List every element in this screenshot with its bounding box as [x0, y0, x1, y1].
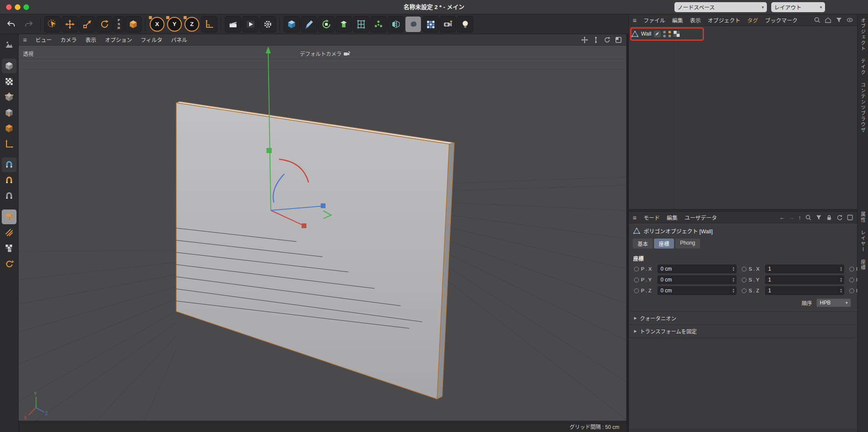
- psr-tool-button[interactable]: P S R: [113, 16, 125, 33]
- rotation-order-select[interactable]: HPB ▾: [816, 298, 851, 307]
- state-dot-gray[interactable]: [668, 35, 671, 37]
- edit-chip-icon[interactable]: [654, 31, 661, 37]
- symmetry-button[interactable]: [388, 16, 404, 33]
- keyframe-circle[interactable]: [742, 267, 746, 272]
- object-manager-menu-icon[interactable]: ≡: [633, 17, 637, 23]
- keyframe-circle[interactable]: [634, 278, 639, 282]
- freeze-transform-group[interactable]: ▶ トランスフォームを固定: [629, 324, 857, 338]
- sx-input[interactable]: [766, 266, 838, 272]
- light-button[interactable]: [457, 16, 473, 33]
- lock-icon[interactable]: [826, 214, 832, 221]
- spinner[interactable]: ▲▼: [838, 276, 844, 284]
- px-input[interactable]: [658, 266, 730, 272]
- home-icon[interactable]: [825, 16, 832, 23]
- om-menu-bookmarks[interactable]: ブックマーク: [765, 16, 798, 24]
- redo-button[interactable]: [20, 16, 37, 33]
- pan-view-icon[interactable]: [581, 36, 588, 43]
- spinner[interactable]: ▲▼: [838, 287, 844, 295]
- uvw-tag-icon[interactable]: [674, 31, 680, 37]
- object-row-wall[interactable]: Wall: [631, 29, 680, 39]
- enable-axis-button[interactable]: [2, 137, 16, 151]
- array-button[interactable]: [370, 16, 387, 33]
- am-menu-userdata[interactable]: ユーザデータ: [684, 213, 717, 222]
- viewport-menu-view[interactable]: ビュー: [36, 36, 52, 44]
- viewport-menu-display[interactable]: 表示: [85, 36, 96, 44]
- tab-phong[interactable]: Phong: [675, 239, 700, 249]
- rotate-tool-button[interactable]: [96, 16, 113, 33]
- lock-z-axis-button[interactable]: Z: [184, 17, 199, 32]
- visibility-dot-bottom[interactable]: [663, 35, 666, 37]
- viewport-menu-icon[interactable]: ≡: [23, 36, 27, 43]
- om-menu-objects[interactable]: オブジェクト: [708, 16, 740, 24]
- keyframe-circle[interactable]: [849, 267, 854, 272]
- snap-modeling-button[interactable]: [2, 173, 16, 188]
- keyframe-circle[interactable]: [634, 288, 639, 293]
- parent-object-icon[interactable]: ↑: [799, 214, 802, 221]
- workplane-button[interactable]: [201, 16, 217, 33]
- search-icon[interactable]: [814, 16, 821, 23]
- new-panel-icon[interactable]: [847, 214, 853, 221]
- subdivision-surface-button[interactable]: [318, 16, 335, 33]
- py-input[interactable]: [658, 277, 730, 283]
- history-forward-icon[interactable]: →: [789, 214, 795, 221]
- polygon-mode-button[interactable]: [2, 121, 16, 136]
- state-dot-orange[interactable]: [668, 31, 671, 33]
- visibility-dot-top[interactable]: [663, 31, 666, 33]
- camera-button[interactable]: [440, 16, 456, 33]
- side-tab-takes[interactable]: テイク: [859, 59, 866, 75]
- filter-icon[interactable]: [835, 16, 842, 23]
- coordinate-system-button[interactable]: [125, 16, 141, 33]
- om-menu-file[interactable]: ファイル: [644, 16, 665, 24]
- scale-tool-button[interactable]: [79, 16, 95, 33]
- texture-lock-button[interactable]: [2, 241, 16, 255]
- spinner[interactable]: ▲▼: [730, 265, 736, 273]
- filter-icon[interactable]: [815, 214, 822, 221]
- clone-grid-button[interactable]: [422, 16, 439, 33]
- lock-x-axis-button[interactable]: X: [150, 17, 164, 32]
- viewport-menu-camera[interactable]: カメラ: [60, 36, 77, 44]
- workplane-lock-button[interactable]: [2, 225, 16, 240]
- attribute-manager-menu-icon[interactable]: ≡: [633, 214, 637, 221]
- volume-builder-button[interactable]: [405, 16, 421, 33]
- sy-input[interactable]: [766, 277, 838, 283]
- pz-input[interactable]: [658, 288, 730, 294]
- node-space-select[interactable]: ノードスペース ▾: [674, 2, 767, 12]
- viewport-canvas[interactable]: Y X Z: [19, 46, 626, 421]
- paint-tool-button[interactable]: [2, 209, 16, 224]
- spinner[interactable]: ▲▼: [730, 276, 736, 284]
- search-icon[interactable]: [805, 214, 812, 221]
- om-menu-tags[interactable]: タグ: [747, 16, 758, 24]
- visibility-toggles[interactable]: [663, 31, 666, 37]
- am-menu-mode[interactable]: モード: [644, 213, 660, 222]
- render-settings-button[interactable]: [260, 16, 276, 33]
- history-back-icon[interactable]: ←: [779, 214, 785, 221]
- edge-mode-button[interactable]: [2, 105, 16, 120]
- extrude-button[interactable]: [335, 16, 352, 33]
- pen-spline-button[interactable]: [301, 16, 317, 33]
- keyframe-circle[interactable]: [634, 267, 639, 272]
- render-view-button[interactable]: [225, 16, 241, 33]
- side-tab-objects[interactable]: オブジェクト: [859, 18, 866, 52]
- rotate-snapping-button[interactable]: [2, 256, 16, 271]
- toggle-view-icon[interactable]: [615, 36, 622, 43]
- tab-basic[interactable]: 基本: [633, 239, 653, 249]
- object-name-label[interactable]: Wall: [641, 31, 651, 37]
- sz-input[interactable]: [766, 288, 838, 294]
- state-toggles[interactable]: [668, 31, 671, 37]
- keyframe-circle[interactable]: [849, 278, 854, 282]
- dolly-view-icon[interactable]: [592, 36, 599, 43]
- rotate-view-icon[interactable]: [604, 36, 611, 43]
- point-mode-button[interactable]: [2, 90, 16, 105]
- texture-mode-button[interactable]: [2, 74, 16, 89]
- move-tool-button[interactable]: [62, 16, 78, 33]
- render-picture-viewer-button[interactable]: [242, 16, 259, 33]
- am-menu-edit[interactable]: 編集: [667, 213, 677, 222]
- side-tab-coordinates[interactable]: 座標: [859, 259, 866, 271]
- viewport-menu-options[interactable]: オプション: [105, 36, 132, 44]
- eye-icon[interactable]: [846, 16, 853, 23]
- viewport-menu-filter[interactable]: フィルタ: [141, 36, 162, 44]
- lattice-button[interactable]: [353, 16, 369, 33]
- undo-button[interactable]: [3, 16, 20, 33]
- side-tab-attributes[interactable]: 属性: [859, 212, 866, 223]
- tab-coordinates[interactable]: 座標: [654, 239, 674, 249]
